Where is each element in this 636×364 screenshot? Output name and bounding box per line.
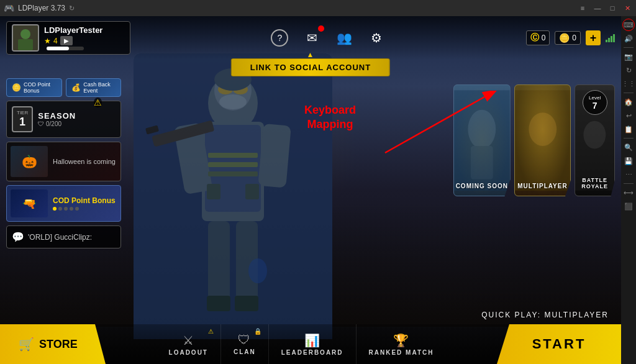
left-panel: 🪙 COD Point Bonus 💰 Cash Back Event TIER…: [6, 78, 121, 248]
loadout-warning: ⚠: [208, 328, 214, 335]
loadout-nav-item[interactable]: ⚔ LOADOUT ⚠: [157, 324, 221, 364]
dot-5: [75, 207, 79, 211]
settings-button[interactable]: ⚙: [365, 27, 388, 49]
volume-icon[interactable]: 🔊: [622, 32, 635, 45]
mail-badge: [318, 25, 324, 32]
sidebar-divider-2: [624, 93, 634, 93]
player-name: LDPlayerTester: [44, 25, 102, 35]
maximize-button[interactable]: □: [607, 3, 617, 13]
ranked-icon: 🏆: [393, 333, 409, 348]
svg-rect-18: [208, 221, 230, 302]
titlebar: 🎮 LDPlayer 3.73 ↻ ≡ — □ ✕: [0, 0, 636, 16]
titlebar-controls: ≡ — □ ✕: [578, 3, 632, 13]
minimize-button[interactable]: —: [593, 3, 602, 13]
menu-button[interactable]: ≡: [578, 3, 588, 13]
svg-rect-32: [471, 146, 493, 180]
season-panel[interactable]: TIER 1 SEASON 🛡 0/200 ⚠: [6, 101, 121, 138]
store-label: STORE: [39, 338, 78, 351]
tier-label: TIER: [17, 110, 28, 116]
svg-rect-15: [258, 124, 291, 188]
help-icon: ?: [271, 29, 288, 47]
leaderboard-label: LEADERBOARD: [281, 349, 343, 356]
coming-soon-label: COMING SOON: [456, 183, 508, 189]
clan-icon: 🛡: [238, 333, 251, 347]
refresh-icon[interactable]: ↻: [69, 4, 75, 12]
clan-lock: 🔒: [254, 328, 262, 335]
clan-label: CLAN: [234, 348, 256, 355]
gp-value: 0: [572, 34, 576, 42]
start-button[interactable]: START: [497, 324, 621, 364]
game-container: LDPlayerTester ★ 4 ▶ ? ✉ 👥: [0, 16, 621, 364]
bar2: [608, 38, 610, 42]
friends-icon: 👥: [337, 30, 352, 45]
cash-back-event-btn[interactable]: 💰 Cash Back Event: [66, 78, 121, 97]
cod-dots: [53, 207, 116, 211]
ranked-match-nav-item[interactable]: 🏆 RANKED MATCH: [357, 324, 447, 364]
level-badge: Level 7: [583, 90, 607, 115]
halloween-icon: 🎃: [22, 154, 37, 169]
sidebar-divider-3: [624, 138, 634, 139]
halloween-thumbnail: 🎃: [11, 146, 48, 177]
camera-icon[interactable]: 📷: [622, 50, 635, 63]
keyboard-mapping-button[interactable]: ⌨: [622, 19, 635, 31]
mail-button[interactable]: ✉: [301, 27, 323, 49]
mail-icon: ✉: [307, 30, 317, 45]
battle-royale-card[interactable]: Level 7 BATTLEROYALE: [575, 84, 615, 196]
more-icon[interactable]: ⋯: [622, 168, 635, 181]
back-icon[interactable]: ↩: [622, 109, 635, 122]
svg-point-31: [468, 110, 496, 149]
friends-button[interactable]: 👥: [333, 27, 355, 49]
character-area: [93, 41, 373, 339]
cod-bonus-panel[interactable]: 🔫 COD Point Bonus: [6, 185, 121, 222]
bonus2-label: Cash Back Event: [83, 81, 116, 94]
level-num: 7: [593, 101, 597, 111]
gp-icon: 🪙: [559, 33, 570, 43]
player-level: ★ 4 ▶: [44, 36, 102, 45]
svg-point-38: [584, 121, 606, 149]
rotate-icon[interactable]: ↻: [622, 64, 635, 76]
cart-icon: 🛒: [19, 337, 34, 352]
dot-1: [53, 207, 57, 211]
close-button[interactable]: ✕: [622, 3, 632, 13]
svg-point-1: [20, 29, 30, 39]
help-button[interactable]: ?: [268, 27, 291, 49]
app-title: LDPlayer 3.73: [18, 4, 65, 12]
shake-icon[interactable]: ⋮⋮: [622, 78, 635, 90]
window-icon[interactable]: ⬛: [622, 200, 635, 212]
halloween-text: Halloween is coming: [53, 158, 116, 165]
bar1: [606, 40, 607, 42]
c-value: 0: [542, 34, 546, 42]
video-icon[interactable]: ▶: [60, 36, 73, 45]
cod-point-bonus-btn[interactable]: 🪙 COD Point Bonus: [6, 78, 62, 97]
apps-icon[interactable]: 📋: [622, 123, 635, 135]
svg-rect-26: [245, 184, 259, 199]
game-modes-row: COMING SOON MULTIPLAYER: [453, 84, 615, 196]
season-title: SEASON: [38, 111, 76, 121]
multiplayer-card[interactable]: MULTIPLAYER: [514, 84, 571, 196]
save-icon[interactable]: 💾: [622, 155, 635, 167]
store-button[interactable]: 🛒 STORE: [0, 324, 106, 364]
gp-currency: 🪙 0: [555, 31, 581, 45]
sidebar-divider-4: [624, 183, 634, 184]
season-xp: 🛡 0/200: [38, 121, 76, 127]
tier-num: 1: [17, 116, 28, 129]
coming-soon-card[interactable]: COMING SOON: [453, 84, 511, 196]
add-currency-button[interactable]: +: [586, 30, 601, 45]
signal-bars: [606, 34, 615, 42]
clan-nav-item[interactable]: 🛡 CLAN 🔒: [221, 324, 269, 364]
cod-icon: 🪙: [12, 83, 21, 92]
resize-icon[interactable]: ⟷: [622, 186, 635, 199]
cod-bonus-label: COD Point Bonus: [53, 196, 116, 205]
zoom-icon[interactable]: 🔍: [622, 141, 635, 153]
xp-bar-container: [47, 47, 84, 50]
svg-point-10: [219, 94, 247, 109]
home-icon[interactable]: 🏠: [622, 96, 635, 108]
cashback-icon: 💰: [71, 83, 81, 92]
chat-panel[interactable]: 💬 'ORLD] GucciClipz:: [6, 225, 121, 248]
leaderboard-nav-item[interactable]: 📊 LEADERBOARD: [269, 324, 357, 364]
loadout-icon: ⚔: [183, 333, 194, 348]
halloween-panel[interactable]: 🎃 Halloween is coming: [6, 142, 121, 181]
warning-icon: ⚠: [94, 98, 102, 107]
wifi-area: [606, 34, 615, 42]
social-link-banner[interactable]: LINK TO SOCIAL ACCOUNT: [231, 58, 390, 76]
